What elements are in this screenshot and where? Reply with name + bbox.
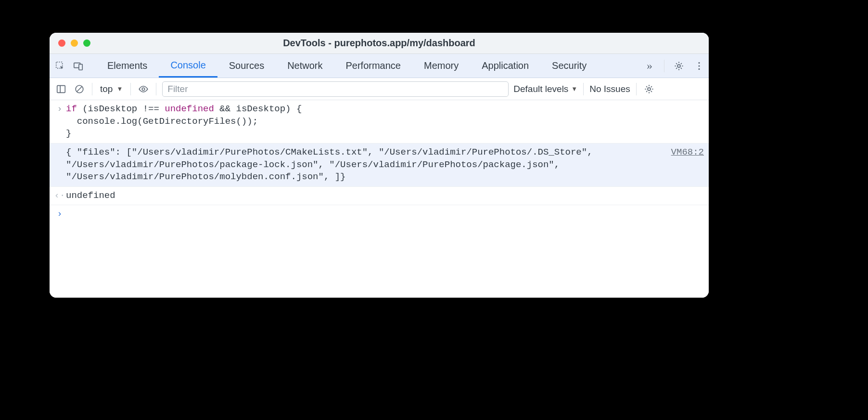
console-input-row: › if (isDesktop !== undefined && isDeskt… — [50, 100, 709, 144]
input-marker-icon: › — [53, 103, 66, 140]
clear-console-icon[interactable] — [73, 82, 86, 96]
live-expression-eye-icon[interactable] — [137, 82, 150, 96]
device-toolbar-icon[interactable] — [72, 59, 85, 73]
devtools-window: DevTools - purephotos.app/my/dashboard E… — [50, 33, 709, 298]
tab-application[interactable]: Application — [470, 54, 540, 78]
chevron-down-icon: ▼ — [571, 85, 577, 92]
svg-point-3 — [677, 65, 680, 67]
console-prompt-row[interactable]: › — [50, 205, 709, 223]
svg-point-12 — [648, 88, 651, 91]
console-log-row: { "files": ["/Users/vladimir/PurePhotos/… — [50, 144, 709, 187]
minimize-window-icon[interactable] — [71, 39, 78, 47]
divider — [156, 83, 156, 95]
more-menu-icon[interactable] — [692, 59, 706, 73]
console-output[interactable]: › if (isDesktop !== undefined && isDeskt… — [50, 100, 709, 298]
tab-memory[interactable]: Memory — [412, 54, 470, 78]
context-selector[interactable]: top ▼ — [98, 84, 125, 94]
inspect-element-icon[interactable] — [53, 59, 67, 73]
tab-performance[interactable]: Performance — [334, 54, 413, 78]
prompt-marker-icon: › — [53, 208, 66, 221]
divider — [636, 83, 637, 95]
divider — [130, 83, 131, 95]
console-return-row: ‹· undefined — [50, 187, 709, 206]
svg-point-5 — [698, 65, 700, 66]
log-source-link[interactable]: VM68:2 — [671, 146, 704, 184]
context-label: top — [100, 84, 113, 94]
toggle-sidebar-icon[interactable] — [54, 82, 68, 96]
panel-tabs: Elements Console Sources Network Perform… — [96, 54, 598, 78]
filter-input[interactable] — [162, 81, 509, 97]
log-marker — [53, 146, 66, 184]
chevron-double-right-icon: » — [647, 59, 652, 72]
divider — [664, 60, 664, 72]
console-toolbar: top ▼ Default levels ▼ No Issues — [50, 78, 709, 100]
svg-rect-7 — [57, 85, 65, 92]
tab-sources[interactable]: Sources — [217, 54, 276, 78]
return-value: undefined — [66, 190, 704, 202]
more-tabs-icon[interactable]: » — [643, 59, 656, 73]
svg-point-4 — [698, 62, 700, 64]
window-title: DevTools - purephotos.app/my/dashboard — [50, 38, 709, 49]
close-window-icon[interactable] — [58, 39, 65, 47]
console-settings-gear-icon[interactable] — [642, 82, 656, 96]
log-levels-selector[interactable]: Default levels ▼ — [513, 84, 577, 94]
main-tabbar: Elements Console Sources Network Perform… — [50, 54, 709, 78]
settings-gear-icon[interactable] — [672, 59, 686, 73]
log-text: { "files": ["/Users/vladimir/PurePhotos/… — [66, 146, 665, 184]
tab-console[interactable]: Console — [159, 54, 217, 78]
window-controls — [58, 39, 90, 47]
svg-point-6 — [698, 68, 700, 69]
input-code: if (isDesktop !== undefined && isDesktop… — [66, 103, 704, 140]
levels-label: Default levels — [513, 84, 568, 94]
tab-security[interactable]: Security — [540, 54, 598, 78]
svg-rect-2 — [79, 64, 82, 70]
tab-network[interactable]: Network — [276, 54, 334, 78]
issues-button[interactable]: No Issues — [589, 84, 630, 94]
divider — [92, 83, 92, 95]
return-marker-icon: ‹· — [53, 190, 66, 202]
svg-line-10 — [77, 86, 82, 92]
chevron-down-icon: ▼ — [116, 85, 123, 92]
svg-point-11 — [142, 88, 145, 91]
maximize-window-icon[interactable] — [83, 39, 90, 47]
divider — [583, 83, 584, 95]
titlebar: DevTools - purephotos.app/my/dashboard — [50, 33, 709, 54]
tab-elements[interactable]: Elements — [96, 54, 159, 78]
